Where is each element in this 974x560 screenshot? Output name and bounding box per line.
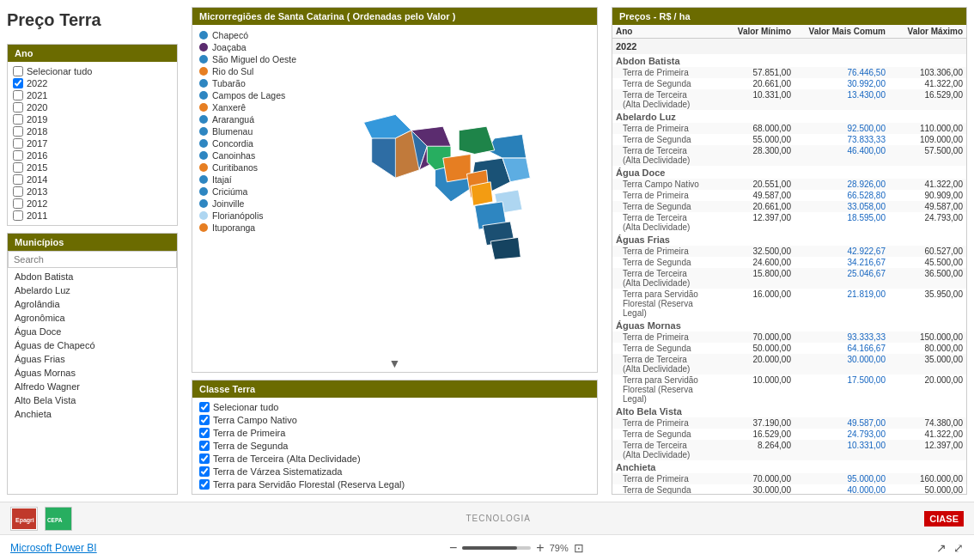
ano-checkbox[interactable]: [13, 186, 23, 197]
classe-item[interactable]: Terra de Segunda: [199, 440, 590, 452]
municipios-header: Municípios: [8, 234, 177, 251]
row-label: Terra Campo Nativo: [616, 180, 705, 189]
classe-checkbox[interactable]: [199, 466, 210, 477]
row-min: 24.600,00: [705, 258, 791, 267]
zoom-out-button[interactable]: −: [449, 540, 457, 556]
classe-item[interactable]: Terra Campo Nativo: [199, 414, 590, 426]
price-row: Terra de Segunda 24.600,00 34.216,67 45.…: [612, 257, 966, 268]
dropdown-arrow[interactable]: ▼: [192, 355, 597, 372]
powerbi-link[interactable]: Microsoft Power BI: [10, 542, 97, 554]
legend-item[interactable]: Rio do Sul: [199, 66, 297, 76]
ano-item[interactable]: 2014: [13, 173, 172, 186]
right-panel: Preços - R$ / ha Ano Valor Mínimo Valor …: [605, 0, 974, 502]
content-area: Preço Terra Ano Selecionar tudo202220212…: [0, 0, 974, 502]
row-label: Terra de Primeira: [616, 332, 705, 342]
legend-dot: [199, 163, 208, 172]
ano-checkbox[interactable]: [13, 162, 23, 173]
ano-item[interactable]: Selecionar tudo: [13, 65, 172, 77]
classe-checkbox[interactable]: [199, 479, 210, 490]
classe-checkbox[interactable]: [199, 402, 210, 412]
share-icon[interactable]: ↗: [936, 541, 947, 555]
legend-item[interactable]: São Miguel do Oeste: [199, 54, 297, 64]
fullscreen-icon[interactable]: ⤢: [953, 541, 964, 555]
classe-item[interactable]: Selecionar tudo: [199, 401, 590, 413]
legend-item[interactable]: Curitibanos: [199, 162, 297, 173]
ano-checkbox[interactable]: [13, 66, 23, 76]
ano-item[interactable]: 2021: [13, 89, 172, 101]
legend-item[interactable]: Campos de Lages: [199, 90, 297, 100]
legend-item[interactable]: Tubarão: [199, 78, 297, 88]
municipio-item[interactable]: Alfredo Wagner: [8, 380, 177, 393]
ano-checkbox[interactable]: [13, 102, 23, 113]
row-common: 17.500,00: [791, 375, 886, 404]
municipio-item[interactable]: Alto Bela Vista: [8, 393, 177, 407]
municipio-item[interactable]: Agrolândia: [8, 297, 177, 311]
legend-item[interactable]: Canoinhas: [199, 150, 297, 161]
fit-screen-icon[interactable]: ⊡: [574, 541, 584, 555]
municipio-item[interactable]: Abdon Batista: [8, 270, 177, 283]
classe-item[interactable]: Terra de Terceira (Alta Declividade): [199, 453, 590, 465]
ano-checkbox[interactable]: [13, 78, 23, 88]
municipio-item[interactable]: Águas Frias: [8, 352, 177, 366]
ano-checkbox[interactable]: [13, 174, 23, 185]
row-max: 41.322,00: [886, 429, 963, 439]
classe-item[interactable]: Terra de Várzea Sistematizada: [199, 466, 590, 478]
legend-item[interactable]: Xanxerê: [199, 102, 297, 113]
classe-checkbox[interactable]: [199, 453, 210, 464]
price-row: Terra de Terceira (Alta Declividade) 15.…: [612, 268, 966, 289]
classe-checkbox[interactable]: [199, 415, 210, 425]
legend-item[interactable]: Blumenau: [199, 126, 297, 137]
ano-item[interactable]: 2012: [13, 198, 172, 210]
legend-item[interactable]: Joinville: [199, 198, 297, 209]
classe-terra-section: Classe Terra Selecionar tudoTerra Campo …: [192, 380, 598, 495]
legend-item[interactable]: Florianópolis: [199, 210, 297, 221]
ano-item[interactable]: 2015: [13, 161, 172, 173]
legend-item[interactable]: Concordia: [199, 138, 297, 149]
legend-item[interactable]: Ituporanga: [199, 222, 297, 233]
legend-label: Itajaí: [212, 174, 232, 185]
ano-checkbox[interactable]: [13, 126, 23, 137]
zoom-in-button[interactable]: +: [536, 540, 544, 556]
ano-item[interactable]: 2019: [13, 113, 172, 125]
ano-item[interactable]: 2022: [13, 77, 172, 89]
classe-checkbox[interactable]: [199, 441, 210, 451]
ano-item[interactable]: 2016: [13, 149, 172, 161]
price-row: Terra de Primeira 68.000,00 92.500,00 11…: [612, 123, 966, 134]
municipio-item[interactable]: Águas Mornas: [8, 366, 177, 380]
cias-badge: CIASE: [924, 511, 964, 527]
row-max: 60.527,00: [886, 247, 963, 256]
municipio-item[interactable]: Anchieta: [8, 407, 177, 421]
ano-label: 2017: [27, 138, 47, 149]
ano-item[interactable]: 2018: [13, 125, 172, 137]
legend-item[interactable]: Joaçaba: [199, 42, 297, 52]
legend-item[interactable]: Itajaí: [199, 174, 297, 185]
ano-item[interactable]: 2017: [13, 137, 172, 149]
ano-checkbox[interactable]: [13, 210, 23, 221]
classe-item[interactable]: Terra para Servidão Florestal (Reserva L…: [199, 478, 590, 490]
ano-item[interactable]: 2011: [13, 210, 172, 222]
zoom-slider[interactable]: [462, 546, 531, 550]
ano-checkbox[interactable]: [13, 138, 23, 149]
municipio-item[interactable]: Águas de Chapecó: [8, 338, 177, 352]
ano-checkbox[interactable]: [13, 150, 23, 161]
municipio-item[interactable]: Abelardo Luz: [8, 283, 177, 297]
cepa-logo: CEPA: [45, 507, 72, 531]
ano-checkbox[interactable]: [13, 198, 23, 209]
col-min: Valor Mínimo: [705, 27, 791, 36]
classe-label: Terra de Várzea Sistematizada: [213, 466, 342, 477]
ano-checkbox[interactable]: [13, 114, 23, 125]
legend-item[interactable]: Araranguá: [199, 114, 297, 125]
ano-item[interactable]: 2020: [13, 101, 172, 113]
row-label: Terra de Segunda: [616, 344, 705, 353]
municipio-item[interactable]: Agronômica: [8, 311, 177, 325]
legend-item[interactable]: Chapecó: [199, 30, 297, 40]
classe-item[interactable]: Terra de Primeira: [199, 427, 590, 439]
classe-checkbox[interactable]: [199, 428, 210, 438]
search-input[interactable]: [8, 251, 177, 268]
ano-checkbox[interactable]: [13, 90, 23, 100]
municipio-item[interactable]: Água Doce: [8, 325, 177, 338]
ano-item[interactable]: 2013: [13, 186, 172, 198]
legend-item[interactable]: Criciúma: [199, 186, 297, 197]
row-min: 10.000,00: [705, 375, 791, 404]
classe-terra-body: Selecionar tudoTerra Campo NativoTerra d…: [192, 398, 597, 494]
